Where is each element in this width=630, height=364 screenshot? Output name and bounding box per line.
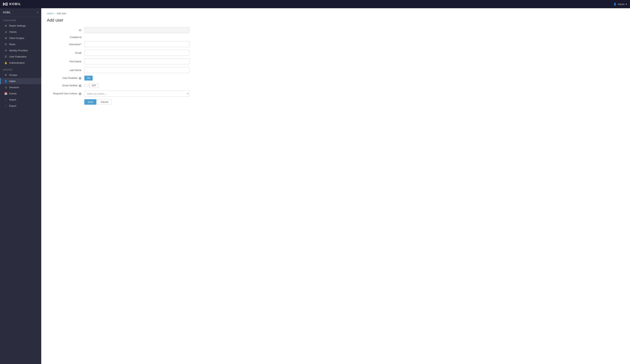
email-verified-row: Email Verified ? OFF <box>47 83 193 88</box>
realm-selector[interactable]: KOBIL ▾ <box>0 8 41 17</box>
authentication-icon: 🔒 <box>4 61 7 64</box>
sidebar-item-label: Roles <box>9 43 16 46</box>
id-input[interactable] <box>84 27 190 33</box>
user-federation-icon: ☰ <box>4 55 7 58</box>
realm-settings-icon: ⚙ <box>4 24 7 27</box>
main-layout: KOBIL ▾ Configure ⚙ Realm Settings ◎ Cli… <box>0 8 630 364</box>
email-input[interactable] <box>84 50 190 56</box>
svg-rect-0 <box>3 2 4 5</box>
main-content: Users » Add user Add user ID Created At … <box>41 8 630 364</box>
sidebar-item-identity-providers[interactable]: ⇄ Identity Providers <box>0 47 41 53</box>
groups-icon: ⚙ <box>4 74 7 76</box>
username-required: * <box>80 43 82 46</box>
user-enabled-help-icon[interactable]: ? <box>79 77 82 80</box>
brand: KOBIL <box>3 2 21 6</box>
created-at-row: Created At <box>47 36 193 38</box>
user-icon: 👤 <box>613 2 616 5</box>
user-enabled-row: User Enabled ? ON OFF <box>47 76 193 80</box>
users-icon: 👤 <box>4 80 7 83</box>
events-icon: 📅 <box>4 92 7 95</box>
email-verified-off-button[interactable]: OFF <box>89 83 98 88</box>
export-icon: ↑ <box>4 104 7 107</box>
client-scopes-icon: ⊞ <box>4 37 7 39</box>
manage-section-label: Manage <box>0 66 41 72</box>
sidebar-item-label: Sessions <box>9 86 19 89</box>
sidebar-item-roles[interactable]: ☰ Roles <box>0 41 41 47</box>
svg-rect-3 <box>7 5 8 5</box>
email-row: Email <box>47 50 193 56</box>
roles-icon: ☰ <box>4 43 7 46</box>
required-actions-select[interactable]: Select an action... <box>84 91 190 97</box>
sidebar-item-user-federation[interactable]: ☰ User Federation <box>0 53 41 60</box>
brand-name: KOBIL <box>10 2 21 6</box>
email-verified-help-icon[interactable]: ? <box>79 84 82 87</box>
last-name-row: Last Name <box>47 67 193 73</box>
svg-rect-1 <box>6 2 7 5</box>
form-actions: Save Cancel <box>47 99 193 105</box>
svg-rect-4 <box>8 3 8 5</box>
sidebar-item-users[interactable]: 👤 Users <box>0 78 41 84</box>
sidebar-item-authentication[interactable]: 🔒 Authentication <box>0 60 41 66</box>
required-actions-label: Required User Actions ? <box>47 92 84 95</box>
created-at-label: Created At <box>47 36 84 38</box>
sidebar-item-events[interactable]: 📅 Events <box>0 90 41 97</box>
username-input[interactable] <box>84 41 190 47</box>
sidebar-item-label: Import <box>9 98 16 101</box>
page-title: Add user <box>47 18 624 23</box>
breadcrumb-current: Add user <box>56 12 66 15</box>
sidebar-item-label: Groups <box>9 74 17 76</box>
breadcrumb: Users » Add user <box>47 12 624 15</box>
admin-chevron-icon: ▾ <box>626 3 627 5</box>
navbar: KOBIL 👤 Admin ▾ <box>0 0 630 8</box>
import-icon: ↓ <box>4 98 7 101</box>
user-enabled-toggle: ON OFF <box>84 76 92 80</box>
user-enabled-on-button[interactable]: ON <box>84 76 92 80</box>
sidebar-item-sessions[interactable]: ◎ Sessions <box>0 84 41 90</box>
first-name-row: First Name <box>47 58 193 64</box>
username-label: Username* <box>47 43 84 46</box>
email-verified-on-button[interactable] <box>84 84 89 87</box>
first-name-label: First Name <box>47 60 84 63</box>
sidebar-item-label: Client Scopes <box>9 37 24 39</box>
sidebar-item-label: Export <box>9 104 16 107</box>
sidebar-item-realm-settings[interactable]: ⚙ Realm Settings <box>0 23 41 29</box>
last-name-label: Last Name <box>47 69 84 71</box>
configure-section-label: Configure <box>0 17 41 23</box>
sidebar-item-import[interactable]: ↓ Import <box>0 97 41 103</box>
admin-label: Admin <box>618 3 624 5</box>
cancel-button[interactable]: Cancel <box>98 99 112 105</box>
breadcrumb-separator: » <box>54 12 56 14</box>
sidebar-item-label: Identity Providers <box>9 49 28 52</box>
sidebar-item-clients[interactable]: ◎ Clients <box>0 29 41 35</box>
sidebar-item-client-scopes[interactable]: ⊞ Client Scopes <box>0 35 41 41</box>
required-actions-help-icon[interactable]: ? <box>79 92 82 95</box>
sessions-icon: ◎ <box>4 86 7 89</box>
email-label: Email <box>47 51 84 54</box>
required-actions-row: Required User Actions ? Select an action… <box>47 91 193 97</box>
user-enabled-label: User Enabled ? <box>47 77 84 80</box>
sidebar-item-label: User Federation <box>9 55 26 58</box>
svg-rect-2 <box>7 2 8 3</box>
email-verified-label: Email Verified ? <box>47 84 84 87</box>
sidebar-item-label: Events <box>9 92 17 95</box>
identity-providers-icon: ⇄ <box>4 49 7 52</box>
id-row: ID <box>47 27 193 33</box>
clients-icon: ◎ <box>4 30 7 33</box>
sidebar-item-label: Users <box>9 80 16 83</box>
sidebar-item-export[interactable]: ↑ Export <box>0 103 41 109</box>
sidebar-item-label: Realm Settings <box>9 24 26 27</box>
sidebar-item-label: Authentication <box>9 61 24 64</box>
sidebar-item-groups[interactable]: ⚙ Groups <box>0 72 41 78</box>
admin-menu[interactable]: 👤 Admin ▾ <box>613 2 627 5</box>
sidebar: KOBIL ▾ Configure ⚙ Realm Settings ◎ Cli… <box>0 8 41 364</box>
first-name-input[interactable] <box>84 58 190 64</box>
save-button[interactable]: Save <box>84 99 96 105</box>
last-name-input[interactable] <box>84 67 190 73</box>
breadcrumb-parent[interactable]: Users <box>47 12 53 15</box>
realm-name: KOBIL <box>3 11 11 14</box>
brand-logo-icon <box>3 2 8 6</box>
sidebar-item-label: Clients <box>9 30 17 33</box>
id-label: ID <box>47 29 84 32</box>
username-row: Username* <box>47 41 193 47</box>
realm-chevron-icon: ▾ <box>37 11 38 14</box>
